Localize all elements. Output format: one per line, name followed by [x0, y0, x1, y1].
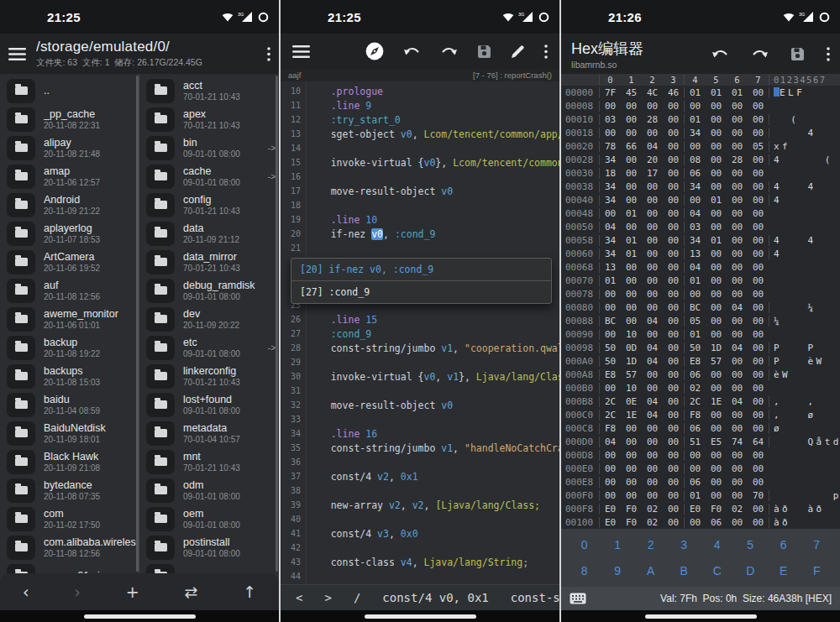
hex-byte[interactable]: 00 [663, 396, 684, 407]
hex-byte[interactable]: F8 [600, 423, 621, 434]
hex-byte[interactable]: 00 [706, 383, 727, 394]
hex-byte[interactable]: 00 [600, 463, 621, 474]
hex-row[interactable]: 000007F454C4601010100ELF [561, 86, 840, 99]
file-item[interactable]: metadata70-01-04 10:57 [139, 419, 279, 447]
hex-byte[interactable]: 00 [663, 450, 684, 461]
save-icon[interactable] [790, 47, 805, 61]
hex-byte[interactable]: 00 [748, 275, 769, 286]
hex-byte[interactable]: 13 [600, 262, 621, 273]
hex-row[interactable]: 000700100000001000000 [561, 274, 840, 287]
hex-byte[interactable]: 00 [706, 168, 727, 179]
file-item[interactable]: debug_ramdisk09-01-01 08:00 [139, 276, 279, 305]
hex-byte[interactable]: 00 [663, 369, 684, 380]
hex-byte[interactable]: 00 [663, 128, 684, 139]
hex-byte[interactable]: 34 [685, 181, 706, 192]
file-item[interactable]: acct70-01-21 10:43 [139, 76, 279, 105]
hex-byte[interactable]: 00 [663, 262, 684, 273]
hex-byte[interactable]: 00 [706, 208, 727, 219]
hex-byte[interactable]: 1E [706, 396, 727, 407]
scrollbar-right-pane[interactable] [276, 76, 278, 572]
hex-byte[interactable]: 00 [621, 195, 642, 206]
hex-byte[interactable]: 00 [706, 410, 727, 421]
hex-byte[interactable]: 00 [621, 436, 642, 447]
keyboard-icon[interactable] [570, 593, 586, 604]
hex-key-4[interactable]: 4 [714, 538, 721, 551]
hex-byte[interactable]: 00 [727, 195, 748, 206]
hex-byte[interactable]: 2C [685, 396, 706, 407]
hex-byte[interactable]: 66 [621, 141, 642, 152]
hex-byte[interactable]: 03 [685, 222, 706, 233]
hex-byte[interactable]: E5 [706, 436, 727, 447]
hex-byte[interactable]: BC [685, 302, 706, 313]
back-button[interactable]: ‹ [23, 583, 29, 601]
hex-byte[interactable]: 00 [621, 490, 642, 501]
code-line[interactable]: 44 [281, 569, 559, 583]
hex-key-8[interactable]: 8 [581, 564, 588, 578]
code-line[interactable]: 29 [281, 355, 559, 369]
hex-key-9[interactable]: 9 [614, 564, 621, 578]
snippet-item[interactable]: > [324, 591, 331, 604]
hex-byte[interactable]: 04 [727, 302, 748, 313]
hex-row[interactable]: 0006034010000130000004 [561, 247, 840, 260]
hex-byte[interactable]: 00 [642, 329, 663, 340]
hex-byte[interactable]: 06 [685, 477, 706, 488]
hex-byte[interactable]: 08 [685, 154, 706, 165]
hex-byte[interactable]: 00 [706, 450, 727, 461]
hex-key-A[interactable]: A [647, 564, 654, 578]
hex-byte[interactable]: 50 [600, 342, 621, 353]
hex-byte[interactable]: 00 [663, 342, 684, 353]
hex-key-D[interactable]: D [746, 564, 754, 578]
hex-byte[interactable]: 00 [621, 450, 642, 461]
up-button[interactable]: ↑ [243, 583, 256, 601]
add-button[interactable]: + [126, 583, 139, 601]
hex-byte[interactable]: 0D [621, 342, 642, 353]
hex-row[interactable]: 0008000000000BC000400 ¼ [561, 301, 840, 314]
hex-row[interactable]: 000D00400000051E57464 Qåtd [561, 435, 840, 448]
hex-byte[interactable]: 00 [727, 168, 748, 179]
hex-row[interactable]: 0004034000000000100004 [561, 193, 840, 206]
popup-item[interactable]: [20] if-nez v0, :cond_9 [291, 259, 551, 281]
hex-byte[interactable]: 51 [685, 436, 706, 447]
file-item[interactable]: ArtCamera20-11-06 19:52 [0, 248, 139, 276]
hex-byte[interactable]: 00 [706, 262, 727, 273]
code-line[interactable]: 32 move-result-object v0 [281, 398, 559, 412]
hex-byte[interactable]: 04 [642, 141, 663, 152]
code-line[interactable]: 14 [281, 141, 559, 155]
hex-byte[interactable]: 00 [600, 329, 621, 340]
file-item[interactable]: cache09-01-01 08:00-> [139, 162, 279, 191]
hex-byte[interactable]: 00 [727, 477, 748, 488]
hex-byte[interactable]: 1D [706, 342, 727, 353]
file-item[interactable]: mnt70-01-21 10:43 [139, 447, 279, 476]
hex-row[interactable]: 0003834000000340000004 4 [561, 180, 840, 193]
hex-byte[interactable]: 00 [642, 477, 663, 488]
hex-byte[interactable]: 04 [642, 410, 663, 421]
hex-byte[interactable]: 00 [642, 222, 663, 233]
hex-byte[interactable]: 00 [642, 262, 663, 273]
hex-byte[interactable]: 00 [663, 504, 684, 515]
file-item[interactable]: com20-11-02 17:50 [0, 504, 139, 533]
file-item[interactable]: BaiduNetdisk20-11-09 18:01 [0, 419, 139, 447]
hex-byte[interactable]: 00 [642, 235, 663, 246]
code-line[interactable]: 40 [281, 512, 559, 526]
hex-key-1[interactable]: 1 [614, 538, 621, 551]
hex-byte[interactable]: 70 [748, 490, 769, 501]
hex-row[interactable]: 000A0501D0400E8570000P èW [561, 354, 840, 368]
hex-byte[interactable]: 00 [727, 490, 748, 501]
hex-byte[interactable]: 00 [663, 275, 684, 286]
file-item[interactable]: backup20-11-08 19:22 [0, 333, 139, 362]
hex-key-2[interactable]: 2 [648, 538, 654, 551]
hex-byte[interactable]: 34 [600, 195, 621, 206]
menu-icon[interactable] [8, 48, 26, 60]
hex-byte[interactable]: 00 [621, 423, 642, 434]
popup-item[interactable]: [27] :cond_9 [291, 281, 551, 303]
hex-byte[interactable]: 01 [706, 235, 727, 246]
hex-byte[interactable]: 04 [685, 262, 706, 273]
hex-byte[interactable]: 00 [663, 101, 684, 112]
file-item[interactable]: alipay20-11-08 21:48 [0, 133, 139, 162]
code-line[interactable]: 16 [281, 170, 559, 184]
hex-byte[interactable]: 00 [663, 302, 684, 313]
hex-byte[interactable]: 45 [621, 87, 642, 98]
snippet-item[interactable]: const-stri [511, 591, 559, 604]
code-line[interactable]: 35 const-string/jumbo v1, "handleNoCatch… [281, 441, 559, 455]
hex-key-6[interactable]: 6 [780, 538, 787, 551]
